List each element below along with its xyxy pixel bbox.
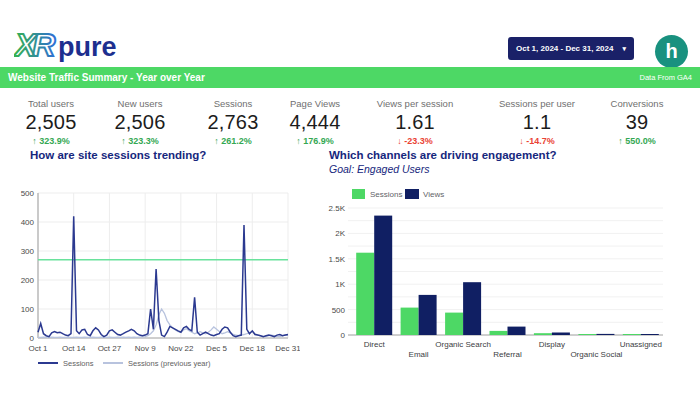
- xrpure-logo: XR pure: [14, 26, 134, 68]
- svg-text:200: 200: [21, 276, 35, 285]
- svg-text:0: 0: [341, 331, 346, 340]
- svg-text:1K: 1K: [335, 280, 345, 289]
- svg-text:Organic Search: Organic Search: [435, 340, 491, 349]
- svg-text:Dec 31: Dec 31: [275, 344, 300, 353]
- kpi-value: 39: [572, 112, 700, 132]
- svg-text:100: 100: [21, 305, 35, 314]
- svg-text:Oct 1: Oct 1: [28, 344, 48, 353]
- h-logo-badge[interactable]: h: [655, 35, 688, 68]
- kpi-label: Conversions: [572, 98, 700, 109]
- svg-text:Oct 14: Oct 14: [62, 344, 86, 353]
- line-chart-title: How are site sessions trending?: [30, 149, 206, 161]
- svg-text:Sessions: Sessions: [63, 359, 94, 368]
- svg-text:400: 400: [21, 218, 35, 227]
- kpi-label: Views per session: [350, 98, 480, 109]
- date-range-selector[interactable]: Oct 1, 2024 - Dec 31, 2024 ▾: [508, 37, 634, 60]
- svg-text:2.5K: 2.5K: [329, 204, 346, 213]
- svg-text:300: 300: [21, 247, 35, 256]
- dashboard-page: XR pure Oct 1, 2024 - Dec 31, 2024 ▾ h W…: [0, 0, 700, 400]
- chevron-down-icon: ▾: [622, 45, 626, 53]
- svg-text:500: 500: [332, 306, 346, 315]
- kpi-value: 1.61: [350, 112, 480, 132]
- svg-text:Email: Email: [409, 350, 429, 359]
- svg-text:0: 0: [30, 334, 35, 343]
- bar-chart-subtitle: Goal: Engaged Users: [329, 163, 429, 175]
- sessions-trend-line-chart[interactable]: 0100200300400500Oct 1Oct 14Oct 27Nov 9No…: [8, 185, 300, 385]
- bar-chart-title: Which channels are driving engagement?: [329, 149, 557, 161]
- svg-text:Nov 9: Nov 9: [135, 344, 156, 353]
- svg-text:Direct: Direct: [364, 340, 386, 349]
- kpi-conversions: Conversions 39 ↑ 550.0%: [572, 98, 700, 146]
- report-title: Website Traffic Summary - Year over Year: [8, 72, 205, 83]
- logo-pure-text: pure: [58, 32, 117, 62]
- svg-text:Sessions (previous year): Sessions (previous year): [128, 359, 211, 368]
- h-logo-letter: h: [665, 40, 677, 63]
- svg-text:Sessions: Sessions: [370, 190, 402, 199]
- svg-text:Unassigned: Unassigned: [620, 340, 662, 349]
- channels-bar-chart[interactable]: 05001K1.5K2K2.5KDirectEmailOrganic Searc…: [326, 185, 690, 370]
- data-source-label: Data From GA4: [639, 73, 692, 82]
- svg-text:1.5K: 1.5K: [329, 255, 346, 264]
- svg-text:Display: Display: [539, 340, 565, 349]
- svg-text:Nov 22: Nov 22: [168, 344, 194, 353]
- logo-xr-text: XR: [14, 27, 55, 63]
- svg-text:Dec 18: Dec 18: [240, 344, 266, 353]
- svg-text:Referral: Referral: [493, 350, 522, 359]
- kpi-delta: ↑ 550.0%: [572, 136, 700, 146]
- svg-text:Organic Social: Organic Social: [570, 350, 622, 359]
- report-banner: Website Traffic Summary - Year over Year…: [0, 67, 700, 88]
- kpi-views-per-session: Views per session 1.61 ↓ -23.3%: [350, 98, 480, 146]
- svg-text:500: 500: [21, 189, 35, 198]
- date-range-label: Oct 1, 2024 - Dec 31, 2024: [516, 44, 613, 53]
- svg-text:Views: Views: [423, 190, 444, 199]
- svg-text:Dec 5: Dec 5: [206, 344, 227, 353]
- kpi-delta: ↓ -23.3%: [350, 136, 480, 146]
- svg-text:Oct 27: Oct 27: [98, 344, 122, 353]
- svg-text:2K: 2K: [335, 229, 345, 238]
